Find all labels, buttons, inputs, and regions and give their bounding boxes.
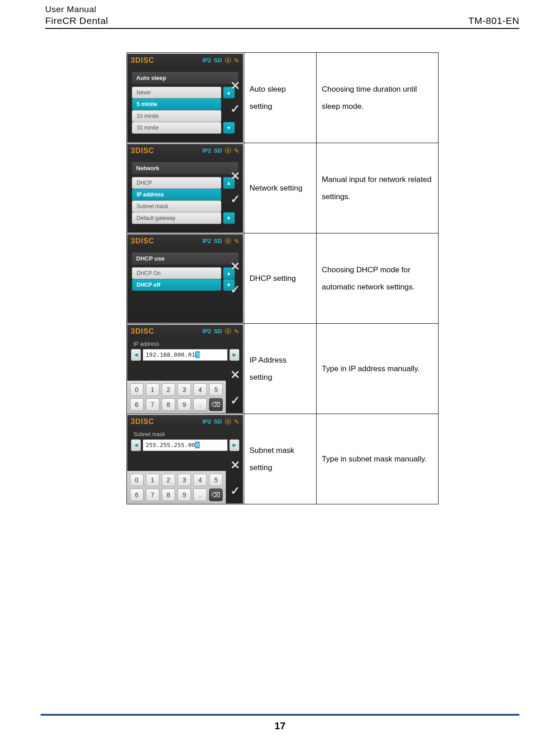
digit-key[interactable]: 0 [130,383,144,396]
brand-logo: 3DISC [131,327,200,335]
digit-key[interactable]: . [193,489,207,501]
setting-desc-cell: Manual input for network related setting… [316,143,438,233]
auto-icon: Ⓐ [225,327,231,335]
ip-indicator: IP2 [202,57,211,64]
device-screen: 3DISC IP2 SD Ⓐ ✎ DHCP use DHCP OnDHCP of… [127,234,243,323]
cancel-button[interactable]: ✕ [230,260,240,274]
option-list: DHCPIP addressSubnet maskDefault gateway… [132,177,221,224]
confirm-cancel-column: ✕ ✓ [230,79,240,116]
digit-key[interactable]: 9 [177,489,191,501]
page-number: 17 [275,720,285,731]
confirm-button[interactable]: ✓ [230,283,240,297]
digit-key[interactable]: 4 [193,474,207,486]
brand-logo: 3DISC [131,418,200,426]
list-option[interactable]: Subnet mask [132,200,221,212]
list-option[interactable]: 10 minite [132,110,221,122]
digit-key[interactable]: 6 [130,398,144,411]
option-list: DHCP OnDHCP off ▲ ▼ [132,267,221,291]
digit-key[interactable]: 7 [146,489,159,501]
digit-key[interactable]: 6 [130,489,144,501]
device-topbar: 3DISC IP2 SD Ⓐ ✎ [127,234,243,248]
auto-icon: Ⓐ [225,147,231,155]
table-row: 3DISC IP2 SD Ⓐ ✎ Auto sleep Never5 minit… [126,53,438,143]
cancel-button[interactable]: ✕ [230,368,240,382]
digit-key[interactable]: 0 [130,474,144,486]
digit-key[interactable]: 1 [146,474,159,486]
digit-key[interactable]: 2 [162,474,175,486]
digit-key[interactable]: 8 [162,489,175,501]
list-option[interactable]: DHCP On [132,267,221,279]
digit-key[interactable]: 3 [177,474,191,486]
next-button[interactable]: ▶ [229,439,239,451]
setting-name-cell: Auto sleep setting [244,53,316,143]
value-input[interactable]: 192.168.000.013 [143,349,228,361]
setting-desc-cell: Type in subnet mask manually. [316,414,438,504]
brand-logo: 3DISC [131,147,200,155]
digit-key[interactable]: 5 [209,474,223,486]
sd-indicator: SD [214,328,222,335]
digit-key[interactable]: 3 [177,383,191,396]
setting-name-cell: Network setting [244,143,316,233]
digit-key[interactable]: 7 [146,398,159,411]
tool-icon: ✎ [234,418,239,425]
settings-table: 3DISC IP2 SD Ⓐ ✎ Auto sleep Never5 minit… [126,52,439,504]
next-button[interactable]: ▶ [229,349,239,361]
cancel-button[interactable]: ✕ [230,79,240,93]
setting-desc-cell: Choosing DHCP mode for automatic network… [316,233,438,324]
sd-indicator: SD [214,57,222,64]
brand-logo: 3DISC [131,56,200,65]
setting-desc-cell: Type in IP address manually. [316,324,438,414]
digit-key[interactable]: . [193,398,207,411]
prev-button[interactable]: ◀ [131,349,141,361]
confirm-button[interactable]: ✓ [230,192,240,206]
digit-key[interactable]: 4 [193,383,207,396]
ip-indicator: IP2 [202,238,211,244]
brand-logo: 3DISC [131,237,200,245]
confirm-button[interactable]: ✓ [230,484,240,498]
digit-key[interactable]: 8 [162,398,175,411]
panel-title: Network [132,162,238,174]
list-option[interactable]: IP address [132,189,221,200]
sd-indicator: SD [214,418,222,425]
prev-button[interactable]: ◀ [131,439,141,451]
digit-key[interactable]: 2 [162,383,175,396]
confirm-cancel-column: ✕ ✓ [230,458,240,498]
tool-icon: ✎ [234,328,239,335]
screenshot-cell: 3DISC IP2 SD Ⓐ ✎ Subnet mask ◀ 255.255.2… [126,414,244,504]
ip-indicator: IP2 [202,147,211,154]
device-topbar: 3DISC IP2 SD Ⓐ ✎ [127,144,243,158]
ip-indicator: IP2 [202,328,211,335]
backspace-key[interactable]: ⌫ [209,398,223,411]
list-option[interactable]: Default gateway [132,212,221,224]
tool-icon: ✎ [234,147,239,154]
list-option[interactable]: Never [132,87,221,98]
digit-key[interactable]: 5 [209,383,223,396]
list-option[interactable]: 30 minite [132,122,221,134]
device-topbar: 3DISC IP2 SD Ⓐ ✎ [127,415,243,429]
option-list: Never5 minite10 minite30 minite ▲ ▼ [132,87,221,134]
setting-name-cell: Subnet mask setting [244,414,316,504]
field-label: Subnet mask [134,431,238,438]
backspace-key[interactable]: ⌫ [209,489,223,501]
digit-key[interactable]: 1 [146,383,159,396]
scroll-down-button[interactable]: ▼ [223,212,235,224]
list-option[interactable]: DHCP [132,177,221,189]
panel-title: DHCP use [132,252,238,265]
doc-id: TM-801-EN [468,15,519,26]
cancel-button[interactable]: ✕ [230,458,240,472]
confirm-button[interactable]: ✓ [230,394,240,408]
confirm-button[interactable]: ✓ [230,102,240,116]
screenshot-cell: 3DISC IP2 SD Ⓐ ✎ Network DHCPIP addressS… [126,143,244,233]
list-option[interactable]: 5 minite [132,98,221,110]
value-input[interactable]: 255.255.255.000 [143,439,228,451]
digit-key[interactable]: 9 [177,398,191,411]
cancel-button[interactable]: ✕ [230,169,240,183]
page-footer: 17 [41,714,519,732]
numeric-keypad: 0123456789.⌫ [127,381,226,413]
auto-icon: Ⓐ [225,418,231,426]
scroll-down-button[interactable]: ▼ [223,122,235,134]
list-option[interactable]: DHCP off [132,279,221,291]
tool-icon: ✎ [234,57,239,64]
auto-icon: Ⓐ [225,237,231,245]
device-screen: 3DISC IP2 SD Ⓐ ✎ Auto sleep Never5 minit… [127,53,243,143]
